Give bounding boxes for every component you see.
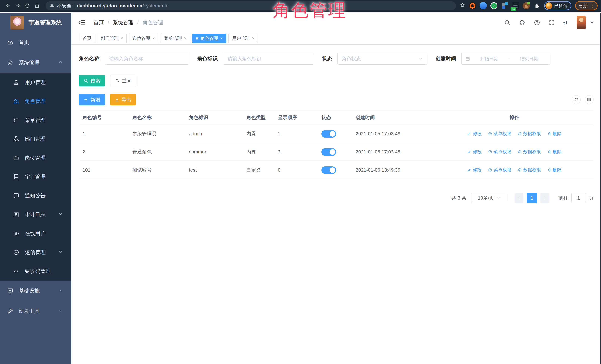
- header-created: 创建时间: [352, 110, 435, 125]
- address-bar[interactable]: 不安全 dashboard.yudao.iocoder.cn/system/ro…: [46, 1, 456, 10]
- url-text[interactable]: dashboard.yudao.iocoder.cn/system/role: [77, 3, 168, 9]
- sidebar-item-sms[interactable]: 短信管理: [0, 243, 71, 262]
- tab-role-active[interactable]: 角色管理×: [192, 33, 226, 43]
- browser-menu-icon[interactable]: ⋮: [590, 3, 595, 8]
- sidebar-item-infrastructure[interactable]: 基础设施: [0, 281, 71, 301]
- edit-link[interactable]: 修改: [467, 131, 482, 137]
- edit-icon: [467, 168, 471, 172]
- role-name-input[interactable]: [105, 53, 189, 65]
- menu-perm-link[interactable]: 菜单权限: [488, 149, 511, 155]
- menu-perm-link[interactable]: 菜单权限: [488, 167, 511, 173]
- export-button-label: 导出: [122, 97, 131, 103]
- security-label[interactable]: 不安全: [57, 3, 71, 9]
- update-label: 更新: [579, 3, 588, 9]
- data-perm-link[interactable]: 数据权限: [518, 131, 541, 137]
- browser-home-button[interactable]: [32, 2, 42, 10]
- sidebar-item-notice[interactable]: 通知公告: [0, 186, 71, 205]
- browser-back-button[interactable]: [3, 2, 13, 10]
- delete-link[interactable]: 删除: [547, 131, 562, 137]
- delete-link[interactable]: 删除: [547, 167, 562, 173]
- filter-actions: 搜索 重置: [79, 75, 594, 87]
- chevron-down-icon: [497, 196, 501, 200]
- page-number-current[interactable]: 1: [527, 193, 537, 203]
- browser-update-chip[interactable]: 更新 ⋮: [575, 1, 598, 10]
- tab-home[interactable]: 首页: [79, 33, 95, 43]
- tab-close-icon[interactable]: ×: [252, 36, 254, 41]
- status-select[interactable]: 角色状态: [337, 53, 427, 65]
- extension-grid-icon[interactable]: [501, 2, 508, 9]
- data-perm-link[interactable]: 数据权限: [518, 167, 541, 173]
- sidebar-item-dev-tools[interactable]: 研发工具: [0, 301, 71, 321]
- menu-perm-link[interactable]: 菜单权限: [488, 131, 511, 137]
- avatar-dropdown-caret-icon[interactable]: [590, 22, 594, 24]
- extension-check-icon[interactable]: ✓: [491, 2, 498, 9]
- status-toggle-on[interactable]: [321, 130, 336, 138]
- page-size-select[interactable]: 10条/页: [471, 193, 507, 203]
- sidebar-item-label: 基础设施: [19, 287, 40, 294]
- fullscreen-icon[interactable]: [549, 20, 555, 26]
- sidebar-logo-row[interactable]: 芋道管理系统: [0, 13, 71, 32]
- circle-check-icon: [488, 150, 492, 154]
- user-avatar[interactable]: [577, 16, 586, 29]
- extension-shield-icon[interactable]: [480, 2, 487, 9]
- tab-dept[interactable]: 部门管理×: [97, 33, 127, 43]
- tab-close-icon[interactable]: ×: [184, 36, 187, 41]
- date-range-separator: -: [508, 56, 510, 61]
- tab-close-icon[interactable]: ×: [152, 36, 155, 41]
- search-button[interactable]: 搜索: [79, 75, 105, 87]
- column-settings-button[interactable]: [585, 95, 594, 104]
- reset-button[interactable]: 重置: [110, 75, 137, 87]
- add-button[interactable]: 新增: [79, 94, 105, 105]
- sidebar-item-depts[interactable]: 部门管理: [0, 130, 71, 148]
- tab-close-icon[interactable]: ×: [121, 36, 123, 41]
- sidebar-item-posts[interactable]: 岗位管理: [0, 148, 71, 167]
- goto-page-input[interactable]: [571, 193, 586, 203]
- sidebar-item-system[interactable]: 系统管理: [0, 53, 71, 73]
- edit-link[interactable]: 修改: [467, 167, 482, 173]
- extension-list-icon[interactable]: on: [512, 2, 519, 9]
- sidebar-item-audit-log[interactable]: 审计日志: [0, 205, 71, 224]
- tab-post[interactable]: 岗位管理×: [129, 33, 158, 43]
- sidebar-item-label: 审计日志: [25, 211, 46, 218]
- sidebar-item-online-users[interactable]: 在线用户: [0, 224, 71, 243]
- font-size-icon[interactable]: ttTT: [563, 20, 568, 26]
- sidebar-collapse-button[interactable]: [78, 19, 86, 27]
- tab-menu[interactable]: 菜单管理×: [160, 33, 190, 43]
- extensions-puzzle-icon[interactable]: [533, 2, 541, 9]
- search-button-label: 搜索: [90, 78, 100, 84]
- cell-role-id: 2: [79, 143, 129, 161]
- refresh-table-button[interactable]: [572, 95, 581, 104]
- edit-link[interactable]: 修改: [467, 149, 482, 155]
- delete-link[interactable]: 删除: [547, 149, 562, 155]
- docs-question-icon[interactable]: [534, 20, 540, 26]
- insecure-warning-icon: [50, 3, 54, 9]
- sidebar-item-home[interactable]: 首页: [0, 32, 71, 53]
- sidebar-item-dict[interactable]: 字典管理: [0, 167, 71, 186]
- role-key-input[interactable]: [223, 53, 314, 65]
- export-button[interactable]: 导出: [110, 94, 136, 105]
- extension-target-icon[interactable]: [469, 2, 476, 9]
- status-toggle-on[interactable]: [321, 167, 336, 174]
- status-toggle-on[interactable]: [321, 148, 336, 156]
- sidebar-item-error-codes[interactable]: 错误码管理: [0, 262, 71, 281]
- tab-user[interactable]: 用户管理×: [228, 33, 258, 43]
- breadcrumb-home[interactable]: 首页: [93, 19, 104, 26]
- bookmark-star-icon[interactable]: [460, 3, 465, 9]
- browser-forward-button[interactable]: [13, 2, 23, 10]
- header-actions: 操作: [435, 110, 594, 125]
- sidebar-item-menus[interactable]: 菜单管理: [0, 111, 71, 130]
- next-page-button[interactable]: [541, 193, 549, 203]
- github-icon[interactable]: [519, 20, 525, 26]
- data-perm-link[interactable]: 数据权限: [518, 149, 541, 155]
- sidebar-item-users[interactable]: 用户管理: [0, 73, 71, 92]
- breadcrumb-system[interactable]: 系统管理: [113, 19, 133, 26]
- prev-page-button[interactable]: [514, 193, 523, 203]
- tab-close-icon[interactable]: ×: [220, 36, 223, 41]
- browser-profile-chip[interactable]: 已暂停: [544, 1, 571, 10]
- browser-reload-button[interactable]: [23, 2, 32, 10]
- search-icon[interactable]: [504, 20, 511, 26]
- extension-monkey-icon[interactable]: [523, 2, 530, 9]
- date-range-picker[interactable]: 开始日期 - 结束日期: [461, 53, 550, 65]
- cell-role-key: test: [185, 161, 243, 179]
- sidebar-item-roles[interactable]: 角色管理: [0, 92, 71, 111]
